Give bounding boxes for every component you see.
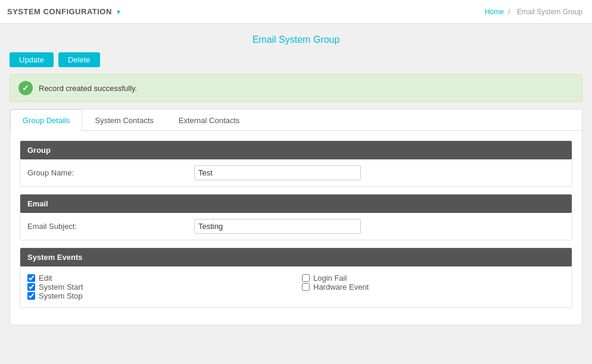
tab-group-details[interactable]: Group Details [10, 109, 82, 131]
checkbox-system-start[interactable] [27, 283, 35, 291]
checkbox-system-stop-row: System Stop [27, 291, 290, 300]
checkbox-edit-label: Edit [39, 274, 52, 283]
alert-message: Record created successfully. [39, 84, 137, 93]
breadcrumb-separator: / [508, 8, 510, 16]
tab-system-contacts[interactable]: System Contacts [82, 109, 166, 131]
system-events-header: System Events [20, 248, 572, 266]
page-title: Email System Group [10, 34, 582, 45]
tabs-bar: Group Details System Contacts External C… [10, 109, 582, 131]
email-subject-label: Email Subject: [27, 222, 194, 231]
system-events-section: System Events Edit System Start [20, 247, 572, 308]
group-name-input[interactable] [194, 165, 361, 180]
group-name-label: Group Name: [27, 168, 194, 177]
checkbox-system-stop-label: System Stop [39, 291, 83, 300]
page-wrapper: Email System Group Update Delete Record … [0, 24, 592, 335]
email-subject-row: Email Subject: [20, 213, 572, 240]
email-subject-input[interactable] [194, 219, 361, 234]
breadcrumb: Home / Email System Group [485, 8, 585, 16]
checkbox-edit-row: Edit [27, 274, 290, 283]
group-section-header: Group [20, 141, 572, 159]
events-left-col: Edit System Start System Stop [27, 274, 290, 300]
events-right-col: Login Fail Hardware Event [302, 274, 565, 300]
dropdown-icon[interactable]: ▾ [117, 8, 120, 16]
app-title: SYSTEM CONFIGURATION [7, 7, 112, 16]
breadcrumb-home[interactable]: Home [485, 8, 504, 16]
toolbar: Update Delete [10, 52, 582, 67]
checkbox-system-start-label: System Start [39, 283, 83, 291]
email-section-header: Email [20, 194, 572, 213]
header-left: SYSTEM CONFIGURATION ▾ [7, 7, 120, 16]
main-card: Group Details System Contacts External C… [10, 109, 582, 325]
checkbox-hardware-event-row: Hardware Event [302, 283, 565, 291]
group-name-row: Group Name: [20, 159, 572, 186]
checkbox-hardware-event-label: Hardware Event [313, 283, 369, 291]
checkbox-system-start-row: System Start [27, 283, 290, 291]
tab-content: Group Group Name: Email Email Subject: S… [10, 131, 582, 325]
email-section: Email Email Subject: [20, 194, 572, 240]
check-icon [18, 81, 33, 95]
checkbox-hardware-event[interactable] [302, 283, 310, 291]
success-alert: Record created successfully. [10, 74, 582, 102]
checkbox-login-fail-label: Login Fail [313, 274, 347, 283]
delete-button[interactable]: Delete [58, 52, 100, 67]
group-section: Group Group Name: [20, 140, 572, 187]
checkbox-edit[interactable] [27, 274, 35, 282]
events-grid: Edit System Start System Stop [20, 266, 572, 307]
checkbox-system-stop[interactable] [27, 292, 35, 300]
header: SYSTEM CONFIGURATION ▾ Home / Email Syst… [0, 0, 592, 24]
update-button[interactable]: Update [10, 52, 54, 67]
checkbox-login-fail-row: Login Fail [302, 274, 565, 283]
tab-external-contacts[interactable]: External Contacts [166, 109, 253, 131]
checkbox-login-fail[interactable] [302, 274, 310, 282]
breadcrumb-current: Email System Group [517, 8, 582, 16]
